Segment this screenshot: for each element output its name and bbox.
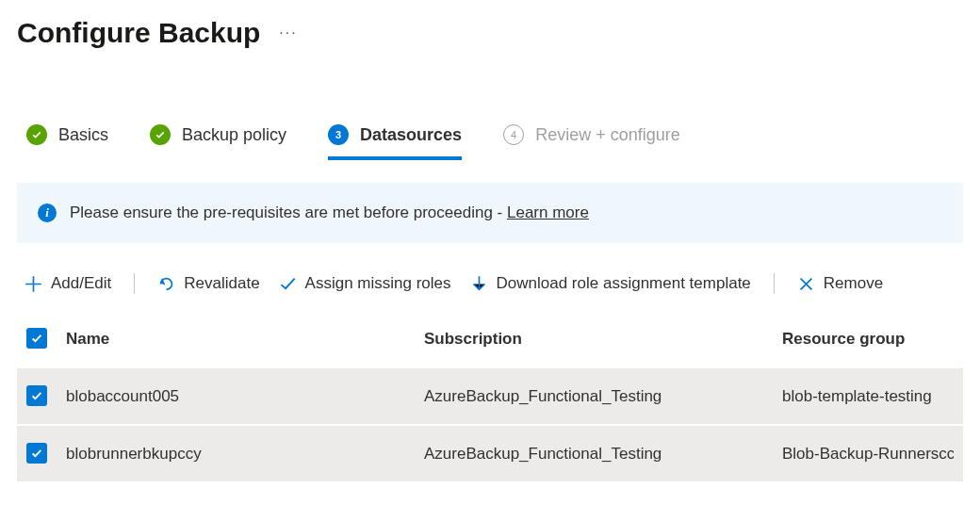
step-backup-policy[interactable]: Backup policy [150,124,286,156]
step-number-icon: 4 [503,124,524,145]
table-row[interactable]: blobrunnerbkupccy AzureBackup_Functional… [17,424,963,481]
step-review-configure[interactable]: 4 Review + configure [503,124,680,156]
datasources-table: Name Subscription Resource group blobacc… [17,311,963,481]
wizard-steps: Basics Backup policy 3 Datasources 4 Rev… [17,124,963,156]
row-checkbox[interactable] [26,385,47,406]
cell-subscription: AzureBackup_Functional_Testing [424,445,782,464]
table-header: Name Subscription Resource group [17,311,963,366]
close-icon [797,275,815,293]
command-bar: Add/Edit Revalidate Assign missing roles… [17,273,963,294]
assign-missing-roles-button[interactable]: Assign missing roles [279,274,451,293]
add-edit-button[interactable]: Add/Edit [24,274,111,293]
remove-button[interactable]: Remove [797,274,883,293]
cell-name: blobrunnerbkupccy [66,445,424,464]
plus-icon [24,275,42,293]
step-label: Backup policy [182,125,286,145]
checkmark-icon [150,124,171,145]
step-label: Review + configure [535,125,680,145]
step-label: Basics [58,125,108,145]
download-template-label: Download role assignment template [497,274,751,293]
step-datasources[interactable]: 3 Datasources [328,124,462,160]
step-basics[interactable]: Basics [26,124,108,156]
header-subscription[interactable]: Subscription [424,330,782,349]
page-title: Configure Backup [17,17,260,49]
add-edit-label: Add/Edit [51,274,111,293]
separator [134,273,135,294]
row-checkbox[interactable] [26,443,47,464]
download-icon [470,275,488,293]
table-row[interactable]: blobaccount005 AzureBackup_Functional_Te… [17,366,963,424]
cell-name: blobaccount005 [66,387,424,406]
remove-label: Remove [824,274,883,293]
header-name[interactable]: Name [66,330,424,349]
step-number-icon: 3 [328,124,349,145]
assign-roles-label: Assign missing roles [305,274,451,293]
revalidate-label: Revalidate [184,274,259,293]
checkmark-icon [26,124,47,145]
step-label: Datasources [360,125,462,145]
info-banner: i Please ensure the pre-requisites are m… [17,183,963,243]
header-resource-group[interactable]: Resource group [782,330,954,349]
refresh-icon [157,275,175,293]
revalidate-button[interactable]: Revalidate [157,274,259,293]
cell-resource-group: blob-template-testing [782,387,954,406]
info-icon: i [38,204,57,222]
select-all-checkbox[interactable] [26,328,47,349]
checkmark-icon [279,275,297,293]
info-text: Please ensure the pre-requisites are met… [70,204,507,221]
cell-subscription: AzureBackup_Functional_Testing [424,387,782,406]
cell-resource-group: Blob-Backup-Runnersccy [782,445,954,464]
download-template-button[interactable]: Download role assignment template [470,274,751,293]
more-menu-icon[interactable]: ··· [279,24,297,41]
learn-more-link[interactable]: Learn more [507,204,589,221]
separator [774,273,775,294]
